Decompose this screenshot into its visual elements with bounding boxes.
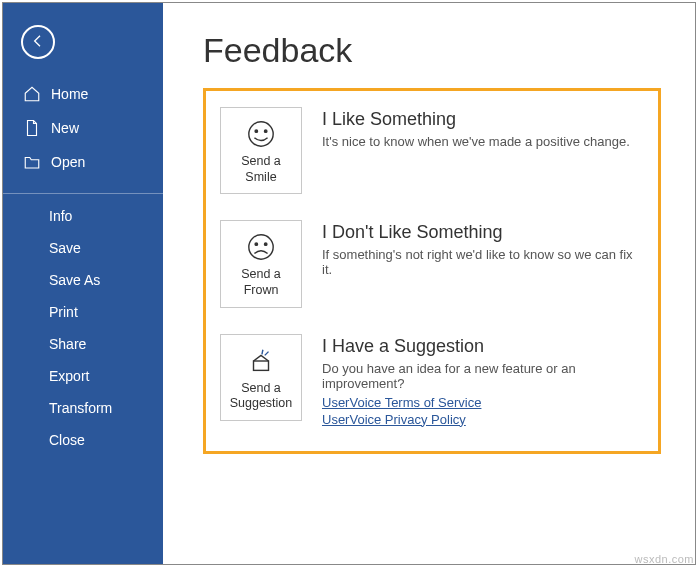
nav-label: Share — [49, 336, 86, 352]
svg-point-3 — [249, 235, 273, 259]
nav-item-new[interactable]: New — [3, 111, 163, 145]
feedback-desc: Do you have an idea for a new feature or… — [322, 361, 644, 391]
frown-icon — [225, 231, 297, 263]
open-folder-icon — [23, 153, 41, 171]
uservoice-privacy-link[interactable]: UserVoice Privacy Policy — [322, 412, 644, 427]
nav-item-save-as[interactable]: Save As — [3, 264, 163, 296]
feedback-text: I Like Something It's nice to know when … — [322, 107, 644, 153]
feedback-row-suggestion: Send a Suggestion I Have a Suggestion Do… — [220, 334, 644, 427]
suggestion-icon — [225, 345, 297, 377]
nav-label: Close — [49, 432, 85, 448]
watermark-text: wsxdn.com — [634, 553, 694, 565]
feedback-text: I Have a Suggestion Do you have an idea … — [322, 334, 644, 427]
sidebar: Home New Open Info Save Save As Print Sh… — [3, 3, 163, 564]
svg-point-1 — [255, 130, 257, 132]
send-smile-tile[interactable]: Send a Smile — [220, 107, 302, 194]
nav-item-info[interactable]: Info — [3, 200, 163, 232]
svg-point-5 — [264, 243, 266, 245]
tile-label: Send a Smile — [225, 154, 297, 185]
svg-point-2 — [264, 130, 266, 132]
nav-divider — [3, 193, 163, 194]
svg-rect-6 — [254, 361, 269, 370]
nav-label: Save — [49, 240, 81, 256]
nav-item-save[interactable]: Save — [3, 232, 163, 264]
feedback-desc: It's nice to know when we've made a posi… — [322, 134, 644, 149]
new-doc-icon — [23, 119, 41, 137]
main-content: Feedback Send a Smile I Like Something I… — [163, 3, 695, 564]
feedback-row-smile: Send a Smile I Like Something It's nice … — [220, 107, 644, 194]
nav-label: Save As — [49, 272, 100, 288]
feedback-title: I Have a Suggestion — [322, 336, 644, 357]
nav-label: Open — [51, 154, 85, 170]
nav-label: Transform — [49, 400, 112, 416]
back-arrow-icon — [30, 33, 46, 52]
nav-item-transform[interactable]: Transform — [3, 392, 163, 424]
smile-icon — [225, 118, 297, 150]
feedback-title: I Like Something — [322, 109, 644, 130]
nav-label: Home — [51, 86, 88, 102]
home-icon — [23, 85, 41, 103]
svg-point-0 — [249, 122, 273, 146]
send-suggestion-tile[interactable]: Send a Suggestion — [220, 334, 302, 421]
feedback-title: I Don't Like Something — [322, 222, 644, 243]
tile-label: Send a Suggestion — [225, 381, 297, 412]
nav-item-close[interactable]: Close — [3, 424, 163, 456]
feedback-row-frown: Send a Frown I Don't Like Something If s… — [220, 220, 644, 307]
uservoice-tos-link[interactable]: UserVoice Terms of Service — [322, 395, 644, 410]
page-title: Feedback — [203, 31, 661, 70]
feedback-text: I Don't Like Something If something's no… — [322, 220, 644, 281]
nav-label: New — [51, 120, 79, 136]
feedback-desc: If something's not right we'd like to kn… — [322, 247, 644, 277]
back-button[interactable] — [21, 25, 55, 59]
nav-item-share[interactable]: Share — [3, 328, 163, 360]
nav-label: Export — [49, 368, 89, 384]
send-frown-tile[interactable]: Send a Frown — [220, 220, 302, 307]
nav-item-open[interactable]: Open — [3, 145, 163, 179]
nav-item-export[interactable]: Export — [3, 360, 163, 392]
app-window: Home New Open Info Save Save As Print Sh… — [2, 2, 696, 565]
nav-label: Info — [49, 208, 72, 224]
nav-item-home[interactable]: Home — [3, 77, 163, 111]
nav-label: Print — [49, 304, 78, 320]
nav-top-group: Home New Open — [3, 77, 163, 187]
nav-item-print[interactable]: Print — [3, 296, 163, 328]
feedback-highlight-box: Send a Smile I Like Something It's nice … — [203, 88, 661, 454]
svg-point-4 — [255, 243, 257, 245]
tile-label: Send a Frown — [225, 267, 297, 298]
nav-bottom-group: Info Save Save As Print Share Export Tra… — [3, 200, 163, 456]
